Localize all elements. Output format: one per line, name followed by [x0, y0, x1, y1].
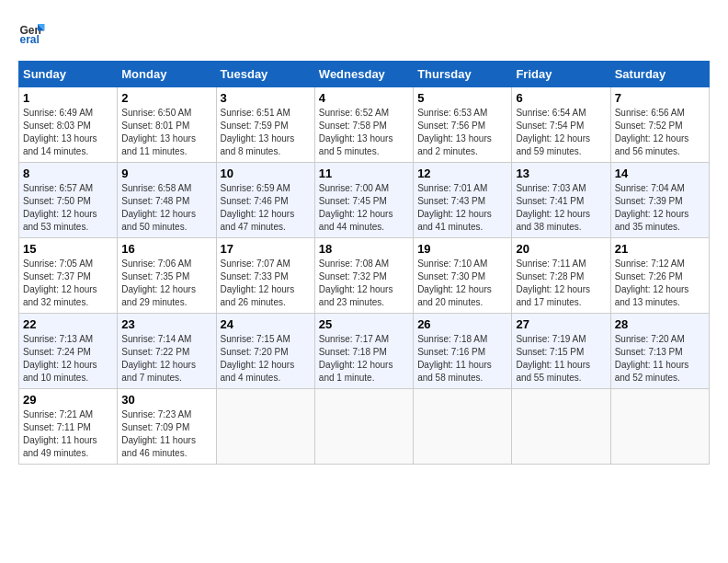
- calendar-week-row: 8 Sunrise: 6:57 AM Sunset: 7:50 PM Dayli…: [19, 163, 710, 238]
- weekday-header-friday: Friday: [512, 62, 610, 87]
- calendar-day-cell: 6 Sunrise: 6:54 AM Sunset: 7:54 PM Dayli…: [512, 87, 610, 163]
- day-number: 28: [615, 317, 705, 331]
- day-info: Sunrise: 7:05 AM Sunset: 7:37 PM Dayligh…: [23, 258, 113, 309]
- weekday-header-wednesday: Wednesday: [314, 62, 413, 87]
- calendar-day-cell: 22 Sunrise: 7:13 AM Sunset: 7:24 PM Dayl…: [19, 314, 118, 389]
- calendar-day-cell: 1 Sunrise: 6:49 AM Sunset: 8:03 PM Dayli…: [19, 87, 118, 163]
- calendar-day-cell: [610, 389, 709, 465]
- day-info: Sunrise: 6:56 AM Sunset: 7:52 PM Dayligh…: [615, 107, 705, 158]
- calendar-day-cell: [414, 389, 512, 465]
- calendar-day-cell: 27 Sunrise: 7:19 AM Sunset: 7:15 PM Dayl…: [512, 314, 610, 389]
- day-number: 11: [319, 167, 409, 180]
- day-info: Sunrise: 7:14 AM Sunset: 7:22 PM Dayligh…: [121, 333, 211, 385]
- day-info: Sunrise: 7:20 AM Sunset: 7:13 PM Dayligh…: [615, 333, 705, 385]
- day-number: 22: [23, 317, 113, 331]
- calendar-day-cell: 3 Sunrise: 6:51 AM Sunset: 7:59 PM Dayli…: [216, 87, 314, 163]
- day-info: Sunrise: 7:07 AM Sunset: 7:33 PM Dayligh…: [221, 258, 311, 309]
- day-info: Sunrise: 7:18 AM Sunset: 7:16 PM Dayligh…: [417, 333, 507, 385]
- svg-text:eral: eral: [20, 33, 40, 46]
- day-number: 4: [319, 91, 409, 105]
- day-number: 17: [221, 242, 311, 256]
- weekday-header-saturday: Saturday: [610, 62, 709, 87]
- day-info: Sunrise: 7:10 AM Sunset: 7:30 PM Dayligh…: [417, 258, 507, 309]
- day-info: Sunrise: 6:59 AM Sunset: 7:46 PM Dayligh…: [221, 182, 311, 234]
- day-info: Sunrise: 6:51 AM Sunset: 7:59 PM Dayligh…: [221, 107, 311, 158]
- day-number: 23: [121, 317, 211, 331]
- day-number: 8: [23, 167, 113, 180]
- day-info: Sunrise: 7:21 AM Sunset: 7:11 PM Dayligh…: [23, 408, 113, 460]
- calendar-week-row: 22 Sunrise: 7:13 AM Sunset: 7:24 PM Dayl…: [19, 314, 710, 389]
- day-info: Sunrise: 7:15 AM Sunset: 7:20 PM Dayligh…: [221, 333, 311, 385]
- day-number: 27: [516, 317, 606, 331]
- day-number: 1: [23, 91, 113, 105]
- calendar-day-cell: 9 Sunrise: 6:58 AM Sunset: 7:48 PM Dayli…: [118, 163, 216, 238]
- calendar-day-cell: 18 Sunrise: 7:08 AM Sunset: 7:32 PM Dayl…: [314, 238, 413, 314]
- day-number: 25: [319, 317, 409, 331]
- day-info: Sunrise: 7:06 AM Sunset: 7:35 PM Dayligh…: [121, 258, 211, 309]
- calendar-day-cell: 20 Sunrise: 7:11 AM Sunset: 7:28 PM Dayl…: [512, 238, 610, 314]
- day-number: 21: [615, 242, 705, 256]
- weekday-header-thursday: Thursday: [414, 62, 512, 87]
- day-number: 2: [121, 91, 211, 105]
- calendar-day-cell: [314, 389, 413, 465]
- day-info: Sunrise: 7:19 AM Sunset: 7:15 PM Dayligh…: [516, 333, 606, 385]
- day-number: 9: [121, 167, 211, 180]
- day-info: Sunrise: 7:01 AM Sunset: 7:43 PM Dayligh…: [417, 182, 507, 234]
- calendar-day-cell: 26 Sunrise: 7:18 AM Sunset: 7:16 PM Dayl…: [414, 314, 512, 389]
- weekday-header-tuesday: Tuesday: [216, 62, 314, 87]
- calendar-day-cell: 28 Sunrise: 7:20 AM Sunset: 7:13 PM Dayl…: [610, 314, 709, 389]
- day-number: 10: [221, 167, 311, 180]
- calendar-day-cell: 15 Sunrise: 7:05 AM Sunset: 7:37 PM Dayl…: [19, 238, 118, 314]
- calendar-day-cell: 24 Sunrise: 7:15 AM Sunset: 7:20 PM Dayl…: [216, 314, 314, 389]
- day-info: Sunrise: 7:11 AM Sunset: 7:28 PM Dayligh…: [516, 258, 606, 309]
- calendar-week-row: 29 Sunrise: 7:21 AM Sunset: 7:11 PM Dayl…: [19, 389, 710, 465]
- day-info: Sunrise: 6:52 AM Sunset: 7:58 PM Dayligh…: [319, 107, 409, 158]
- calendar-week-row: 1 Sunrise: 6:49 AM Sunset: 8:03 PM Dayli…: [19, 87, 710, 163]
- day-info: Sunrise: 7:00 AM Sunset: 7:45 PM Dayligh…: [319, 182, 409, 234]
- day-info: Sunrise: 6:54 AM Sunset: 7:54 PM Dayligh…: [516, 107, 606, 158]
- day-info: Sunrise: 7:13 AM Sunset: 7:24 PM Dayligh…: [23, 333, 113, 385]
- day-number: 13: [516, 167, 606, 180]
- calendar-day-cell: 14 Sunrise: 7:04 AM Sunset: 7:39 PM Dayl…: [610, 163, 709, 238]
- calendar-day-cell: 29 Sunrise: 7:21 AM Sunset: 7:11 PM Dayl…: [19, 389, 118, 465]
- weekday-header-row: SundayMondayTuesdayWednesdayThursdayFrid…: [19, 62, 710, 87]
- day-info: Sunrise: 7:23 AM Sunset: 7:09 PM Dayligh…: [121, 408, 211, 460]
- day-number: 20: [516, 242, 606, 256]
- calendar-day-cell: 4 Sunrise: 6:52 AM Sunset: 7:58 PM Dayli…: [314, 87, 413, 163]
- logo: Gen eral: [18, 18, 50, 46]
- day-number: 16: [121, 242, 211, 256]
- day-number: 19: [417, 242, 507, 256]
- day-info: Sunrise: 7:03 AM Sunset: 7:41 PM Dayligh…: [516, 182, 606, 234]
- weekday-header-sunday: Sunday: [19, 62, 118, 87]
- calendar-day-cell: 5 Sunrise: 6:53 AM Sunset: 7:56 PM Dayli…: [414, 87, 512, 163]
- calendar-day-cell: 21 Sunrise: 7:12 AM Sunset: 7:26 PM Dayl…: [610, 238, 709, 314]
- day-number: 6: [516, 91, 606, 105]
- day-number: 7: [615, 91, 705, 105]
- calendar-day-cell: 19 Sunrise: 7:10 AM Sunset: 7:30 PM Dayl…: [414, 238, 512, 314]
- day-number: 30: [121, 393, 211, 407]
- day-number: 3: [221, 91, 311, 105]
- day-info: Sunrise: 6:57 AM Sunset: 7:50 PM Dayligh…: [23, 182, 113, 234]
- calendar-day-cell: 25 Sunrise: 7:17 AM Sunset: 7:18 PM Dayl…: [314, 314, 413, 389]
- calendar-day-cell: 12 Sunrise: 7:01 AM Sunset: 7:43 PM Dayl…: [414, 163, 512, 238]
- calendar-day-cell: [512, 389, 610, 465]
- day-info: Sunrise: 7:17 AM Sunset: 7:18 PM Dayligh…: [319, 333, 409, 385]
- header: Gen eral: [18, 18, 710, 46]
- calendar-day-cell: 23 Sunrise: 7:14 AM Sunset: 7:22 PM Dayl…: [118, 314, 216, 389]
- day-info: Sunrise: 7:08 AM Sunset: 7:32 PM Dayligh…: [319, 258, 409, 309]
- calendar-day-cell: 30 Sunrise: 7:23 AM Sunset: 7:09 PM Dayl…: [118, 389, 216, 465]
- calendar-day-cell: 17 Sunrise: 7:07 AM Sunset: 7:33 PM Dayl…: [216, 238, 314, 314]
- calendar-week-row: 15 Sunrise: 7:05 AM Sunset: 7:37 PM Dayl…: [19, 238, 710, 314]
- day-number: 5: [417, 91, 507, 105]
- weekday-header-monday: Monday: [118, 62, 216, 87]
- calendar-day-cell: 16 Sunrise: 7:06 AM Sunset: 7:35 PM Dayl…: [118, 238, 216, 314]
- day-info: Sunrise: 6:53 AM Sunset: 7:56 PM Dayligh…: [417, 107, 507, 158]
- calendar-day-cell: [216, 389, 314, 465]
- day-number: 24: [221, 317, 311, 331]
- day-number: 14: [615, 167, 705, 180]
- calendar-day-cell: 10 Sunrise: 6:59 AM Sunset: 7:46 PM Dayl…: [216, 163, 314, 238]
- day-number: 12: [417, 167, 507, 180]
- day-number: 29: [23, 393, 113, 407]
- calendar-day-cell: 13 Sunrise: 7:03 AM Sunset: 7:41 PM Dayl…: [512, 163, 610, 238]
- calendar-table: SundayMondayTuesdayWednesdayThursdayFrid…: [18, 61, 710, 465]
